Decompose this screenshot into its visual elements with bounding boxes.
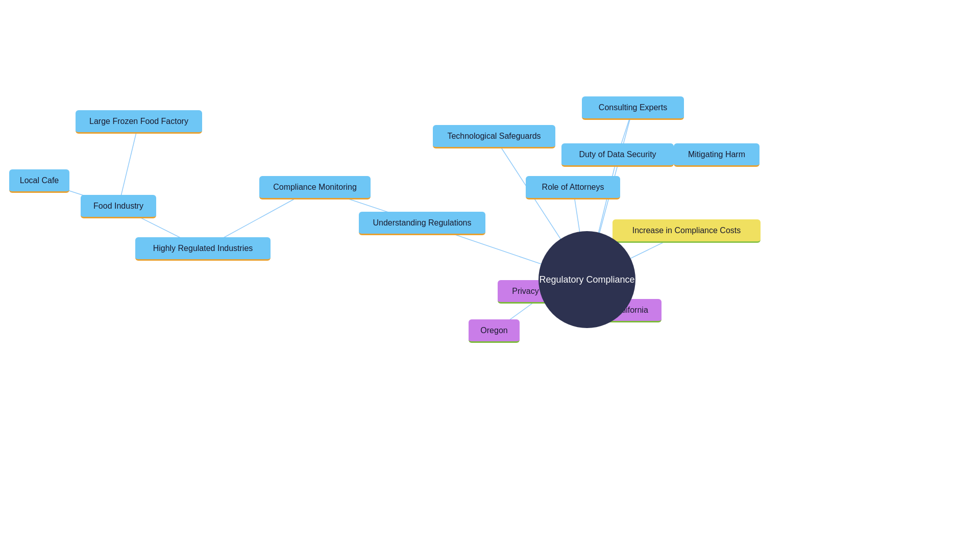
technological-safeguards-label: Technological Safeguards [447,132,541,141]
large-frozen-food-factory-label: Large Frozen Food Factory [89,117,188,126]
mitigating-harm[interactable]: Mitigating Harm [674,143,760,167]
increase-in-compliance-costs-label: Increase in Compliance Costs [632,226,741,235]
consulting-experts-label: Consulting Experts [599,103,667,112]
duty-of-data-security-label: Duty of Data Security [579,150,656,159]
compliance-monitoring-label: Compliance Monitoring [273,183,357,192]
highly-regulated-industries-label: Highly Regulated Industries [153,244,253,253]
food-industry-label: Food Industry [93,202,143,211]
technological-safeguards[interactable]: Technological Safeguards [433,125,555,148]
compliance-monitoring[interactable]: Compliance Monitoring [259,176,371,199]
understanding-regulations[interactable]: Understanding Regulations [359,212,485,235]
understanding-regulations-label: Understanding Regulations [373,218,471,228]
food-industry[interactable]: Food Industry [81,195,156,218]
role-of-attorneys-label: Role of Attorneys [542,183,604,192]
local-cafe-label: Local Cafe [20,176,59,185]
large-frozen-food-factory[interactable]: Large Frozen Food Factory [76,110,202,134]
consulting-experts[interactable]: Consulting Experts [582,96,684,120]
mitigating-harm-label: Mitigating Harm [688,150,745,159]
duty-of-data-security[interactable]: Duty of Data Security [561,143,674,167]
role-of-attorneys[interactable]: Role of Attorneys [526,176,620,199]
center-node[interactable]: Regulatory Compliance [538,231,635,328]
highly-regulated-industries[interactable]: Highly Regulated Industries [135,237,271,261]
increase-in-compliance-costs[interactable]: Increase in Compliance Costs [612,219,761,243]
local-cafe[interactable]: Local Cafe [9,169,69,193]
oregon[interactable]: Oregon [469,319,520,343]
svg-line-14 [118,122,139,207]
center-node-label: Regulatory Compliance [539,274,634,285]
oregon-label: Oregon [480,326,507,335]
